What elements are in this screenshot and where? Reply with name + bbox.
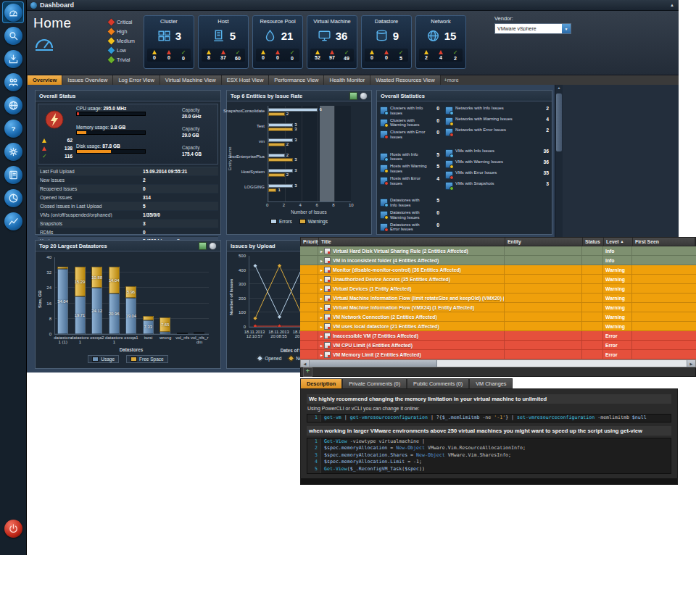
sidebar-item-pie-chart[interactable] [2, 187, 24, 209]
legend-item[interactable]: Free Space [126, 355, 168, 363]
expand-arrow-icon[interactable]: ▸ [320, 324, 323, 329]
stacked-bar [194, 257, 204, 334]
issue-type-icon [324, 304, 331, 311]
warning-triangle-icon [424, 50, 428, 54]
tab-issues-overview[interactable]: Issues Overview [62, 75, 113, 85]
tile-network[interactable]: Network1524✓2 [415, 15, 466, 69]
severity-dot [108, 38, 115, 45]
panel-header: Top 20 Largest Datastores [36, 241, 220, 251]
sidebar-item-world[interactable] [2, 94, 24, 116]
tab-log-error-view[interactable]: Log Error View [113, 75, 160, 85]
details-tab-private-comments-0-[interactable]: Private Comments (0) [342, 378, 407, 388]
tab-performance-view[interactable]: Performance View [269, 75, 324, 85]
horizontal-scrollbar[interactable]: ◀ ▶ [300, 359, 696, 367]
expand-arrow-icon[interactable]: ▸ [320, 296, 323, 301]
sidebar-item-reports[interactable] [2, 164, 24, 186]
issue-row[interactable]: ▸Virtual Devices (1 Entity Affected)Warn… [300, 284, 696, 294]
statistic-label: VMs with Warning Issues [455, 159, 537, 165]
scroll-up-icon[interactable]: ▲ [555, 86, 563, 90]
expand-arrow-icon[interactable]: ▸ [320, 258, 323, 263]
issue-row[interactable]: ▸VM CPU Limit (4 Entities Affected)Error [300, 341, 696, 350]
issue-row[interactable]: ▸Unauthorized Device Access (35 Entities… [300, 275, 696, 284]
expand-arrow-icon[interactable]: ▸ [320, 343, 323, 348]
details-tab-vm-changes[interactable]: VM Changes [469, 378, 513, 388]
issue-row[interactable]: ▸Monitor (disable-monitor-control) (36 E… [300, 265, 696, 275]
statistic-value: 35 [539, 170, 549, 175]
top6-entities-panel: Top 6 Entities by Issue Rate Entity Name… [226, 90, 372, 235]
column-header-status[interactable]: Status [583, 238, 604, 246]
scrollbar-thumb[interactable] [556, 93, 562, 151]
expand-arrow-icon[interactable]: ▸ [320, 267, 323, 272]
tile-virtual-machine[interactable]: Virtual Machine365297✓49 [307, 15, 357, 69]
sidebar-item-users[interactable] [2, 71, 24, 93]
issue-row[interactable]: ▸VM Memory Limit (2 Entities Affected)Er… [300, 350, 696, 359]
power-button[interactable] [2, 517, 24, 539]
scroll-left-icon[interactable]: ◀ [301, 360, 310, 367]
category-labels: SnapshotConsolidateTestvmesxEnterprisePl… [233, 106, 266, 201]
tab-overview[interactable]: Overview [28, 75, 62, 85]
status-row-label: VMs (on/off/suspended/orphaned) [38, 212, 143, 217]
expand-arrow-icon[interactable]: ▸ [320, 352, 323, 357]
usage-bar [76, 130, 146, 135]
tab-esx-host-view[interactable]: ESX Host View [222, 75, 270, 85]
expand-arrow-icon[interactable]: ▸ [320, 286, 323, 291]
tile-datastore[interactable]: Datastore900✓5 [361, 15, 412, 69]
column-header-title[interactable]: Title [319, 238, 505, 246]
gear-icon[interactable] [360, 92, 368, 100]
statistic-row: Hosts with Error Issues4 [380, 176, 439, 186]
scrollbar-thumb[interactable] [310, 360, 437, 367]
sidebar-item-deploy[interactable] [2, 48, 24, 70]
layout-icon[interactable] [349, 92, 357, 100]
tabs-more[interactable]: +more [444, 75, 459, 85]
issue-row[interactable]: ▸Virtual Hard Disk Virtual Sharing Rule … [300, 246, 696, 256]
vendor-select[interactable]: VMware vSphere ▼ [494, 23, 571, 34]
collapse-arrow-icon[interactable]: ▲ [670, 3, 674, 7]
sidebar-item-trends[interactable] [2, 210, 24, 232]
column-header-priority[interactable]: Priority [301, 238, 319, 246]
layout-icon[interactable] [199, 242, 207, 250]
column-header-entity[interactable]: Entity [505, 238, 583, 246]
bar-value-label: 2 [286, 142, 289, 146]
legend-item[interactable]: Usage [88, 355, 119, 363]
add-button[interactable]: + [303, 367, 312, 377]
issue-title: Virtual Machine Information Flow (VMX24)… [333, 305, 474, 310]
tab-virtual-machine-view[interactable]: Virtual Machine View [160, 75, 222, 85]
expand-arrow-icon[interactable]: ▸ [320, 305, 323, 310]
home-box[interactable]: Home [33, 15, 106, 54]
usage-rows: CPU usage: 295.0 MHzCapacity20.0 GHzMemo… [76, 106, 215, 162]
issue-row[interactable]: ▸VM Network Connection (2 Entities Affec… [300, 312, 696, 322]
details-tab-description[interactable]: Description [300, 378, 342, 388]
tab-health-monitor[interactable]: Health Monitor [324, 75, 370, 85]
cluster-icon [157, 28, 172, 43]
tab-wasted-resources-view[interactable]: Wasted Resources View [370, 75, 440, 85]
expand-arrow-icon[interactable]: ▸ [320, 333, 323, 338]
expand-arrow-icon[interactable]: ▸ [320, 249, 323, 254]
column-header-first-seen[interactable]: First Seen [633, 238, 695, 246]
gear-icon[interactable] [209, 242, 217, 250]
sidebar-item-settings[interactable] [2, 141, 24, 162]
category-label: vm [259, 139, 265, 143]
tile-resource-pool[interactable]: Resource Pool2100✓0 [252, 15, 303, 69]
overall-statistics-body: Clusters with Info Issues0Clusters with … [377, 101, 552, 238]
tile-host[interactable]: Host5837✓60 [198, 15, 249, 69]
sidebar-item-dashboard[interactable] [2, 1, 24, 23]
status-count-ok: ✓116 [42, 152, 72, 160]
scrollbar-track[interactable] [437, 360, 687, 367]
issue-row[interactable]: ▸Virtual Machine Information Flow (limit… [300, 294, 696, 303]
expand-arrow-icon[interactable]: ▸ [320, 277, 323, 282]
sidebar-item-search[interactable] [2, 25, 24, 46]
tile-cluster[interactable]: Cluster300✓0 [144, 15, 194, 69]
issue-row[interactable]: ▸VM uses local datastore (21 Entities Af… [300, 322, 696, 331]
issue-title: VM in inconsistent folder (4 Entities Af… [333, 258, 439, 263]
details-tab-public-comments-0-[interactable]: Public Comments (0) [407, 378, 469, 388]
chevron-down-icon[interactable]: ▼ [562, 24, 571, 33]
column-header-level[interactable]: Level▲ [604, 238, 633, 246]
sidebar-item-help[interactable]: ? [2, 117, 24, 139]
issue-row[interactable]: ▸Inaccessible VM (7 Entities Affected)Er… [300, 331, 696, 341]
issue-row[interactable]: ▸VM in inconsistent folder (4 Entities A… [300, 256, 696, 265]
scroll-right-icon[interactable]: ▶ [687, 360, 695, 367]
expand-arrow-icon[interactable]: ▸ [320, 315, 323, 320]
tile-main: 3 [144, 25, 194, 46]
issue-row[interactable]: ▸Virtual Machine Information Flow (VMX24… [300, 303, 696, 312]
tile-stat-alarm: 0 [271, 50, 284, 61]
